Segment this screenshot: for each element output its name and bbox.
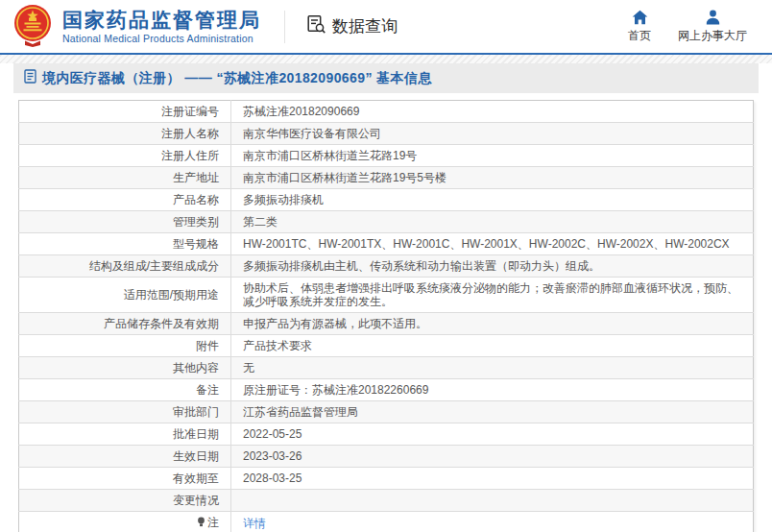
row-value: HW-2001TC、HW-2001TX、HW-2001C、HW-2001X、HW… xyxy=(243,237,730,251)
row-value: 协助术后、体弱患者增强排出呼吸系统痰液分泌物的能力；改善瘀滞的肺部血液循环状况，… xyxy=(243,281,738,308)
table-row: 审批部门江苏省药品监督管理局 xyxy=(19,401,754,423)
table-row: 备注原注册证号：苏械注准20182260669 xyxy=(19,379,754,401)
row-value: 原注册证号：苏械注准20182260669 xyxy=(243,383,428,397)
row-label: 生产地址 xyxy=(173,171,219,184)
site-header: 国家药品监督管理局 National Medical Products Admi… xyxy=(0,0,772,55)
org-name-cn: 国家药品监督管理局 xyxy=(62,9,261,31)
registration-info-table: 注册证编号苏械注准20182090669注册人名称南京华伟医疗设备有限公司注册人… xyxy=(18,100,754,532)
row-value: 多频振动排痰机 xyxy=(243,193,324,206)
row-label: 适用范围/预期用途 xyxy=(124,288,219,302)
table-row: 生产地址南京市浦口区桥林街道兰花路19号5号楼 xyxy=(19,167,754,189)
row-label: 产品储存条件及有效期 xyxy=(104,317,219,330)
table-row: 结构及组成/主要组成成分多频振动排痰机由主机、传动系统和动力输出装置（即动力头）… xyxy=(19,255,754,278)
row-value: 南京市浦口区桥林街道兰花路19号 xyxy=(243,149,417,162)
row-value: 江苏省药品监督管理局 xyxy=(243,405,358,419)
table-row: 注详情 xyxy=(19,512,754,532)
row-value: 申报产品为有源器械，此项不适用。 xyxy=(243,317,427,330)
data-query-nav[interactable]: 数据查询 xyxy=(306,14,398,39)
registration-table-wrap: 注册证编号苏械注准20182090669注册人名称南京华伟医疗设备有限公司注册人… xyxy=(18,100,754,532)
row-value: 南京市浦口区桥林街道兰花路19号5号楼 xyxy=(243,171,446,184)
page-title-bar: 境内医疗器械（注册） —— “苏械注准20182090669” 基本信息 xyxy=(13,63,759,93)
table-row: 生效日期2023-03-26 xyxy=(19,446,754,468)
table-row: 批准日期2022-05-25 xyxy=(19,423,754,446)
row-label: 管理类别 xyxy=(173,215,219,229)
table-row: 产品储存条件及有效期申报产品为有源器械，此项不适用。 xyxy=(19,313,754,335)
national-emblem-icon xyxy=(12,3,54,51)
table-row: 适用范围/预期用途协助术后、体弱患者增强排出呼吸系统痰液分泌物的能力；改善瘀滞的… xyxy=(19,278,754,313)
row-label: 注册人住所 xyxy=(161,149,219,162)
table-row: 附件产品技术要求 xyxy=(19,335,754,357)
table-row: 注册证编号苏械注准20182090669 xyxy=(19,101,754,123)
table-row: 产品名称多频振动排痰机 xyxy=(19,189,754,211)
header-divider xyxy=(284,11,285,43)
row-value: 2022-05-25 xyxy=(243,427,302,441)
nav-item-home[interactable]: 首页 xyxy=(628,9,651,44)
row-value: 苏械注准20182090669 xyxy=(243,105,359,118)
table-row: 其他内容无 xyxy=(19,357,754,379)
nav-item-service-hall[interactable]: 网上办事大厅 xyxy=(678,9,747,44)
table-row: 变更情况 xyxy=(19,490,754,512)
row-label: 其他内容 xyxy=(173,361,219,375)
main-content: 境内医疗器械（注册） —— “苏械注准20182090669” 基本信息 注册证… xyxy=(0,63,772,532)
detail-link[interactable]: 详情 xyxy=(243,517,266,530)
row-label: 结构及组成/主要组成成分 xyxy=(89,259,219,273)
row-label: 备注 xyxy=(196,383,219,397)
home-icon xyxy=(632,9,648,25)
row-label: 附件 xyxy=(196,339,219,352)
row-label: 型号规格 xyxy=(173,237,219,251)
table-row: 型号规格HW-2001TC、HW-2001TX、HW-2001C、HW-2001… xyxy=(19,233,754,255)
row-value: 2028-03-25 xyxy=(243,472,302,485)
stripe-band xyxy=(0,55,772,63)
info-table-body: 注册证编号苏械注准20182090669注册人名称南京华伟医疗设备有限公司注册人… xyxy=(19,101,754,532)
page-title: 境内医疗器械（注册） —— “苏械注准20182090669” 基本信息 xyxy=(42,70,432,87)
document-icon xyxy=(24,69,36,87)
row-value: 多频振动排痰机由主机、传动系统和动力输出装置（即动力头）组成。 xyxy=(243,259,600,273)
data-query-label: 数据查询 xyxy=(332,15,398,37)
row-label: 产品名称 xyxy=(173,193,219,206)
row-label: 有效期至 xyxy=(173,472,219,485)
table-row: 有效期至2028-03-25 xyxy=(19,468,754,490)
row-value: 无 xyxy=(243,361,254,375)
row-label: 生效日期 xyxy=(173,449,219,463)
header-nav: 首页 网上办事大厅 xyxy=(628,9,747,44)
row-value: 南京华伟医疗设备有限公司 xyxy=(243,127,381,140)
bulb-icon xyxy=(197,517,205,530)
nav-hall-label: 网上办事大厅 xyxy=(678,28,747,44)
row-label: 批准日期 xyxy=(173,427,219,441)
table-row: 注册人名称南京华伟医疗设备有限公司 xyxy=(19,123,754,145)
row-value: 2023-03-26 xyxy=(243,449,302,463)
site-logo: 国家药品监督管理局 National Medical Products Admi… xyxy=(12,3,261,51)
document-search-icon xyxy=(306,14,326,39)
row-label: 变更情况 xyxy=(173,494,219,507)
row-label: 注 xyxy=(207,516,219,529)
row-value: 第二类 xyxy=(243,215,277,229)
row-label: 审批部门 xyxy=(173,405,219,419)
table-row: 注册人住所南京市浦口区桥林街道兰花路19号 xyxy=(19,145,754,167)
org-name-en: National Medical Products Administration xyxy=(62,33,261,44)
row-label: 注册人名称 xyxy=(161,127,219,140)
person-icon xyxy=(705,9,721,25)
row-label: 注册证编号 xyxy=(161,105,219,118)
row-value: 产品技术要求 xyxy=(243,339,312,352)
table-row: 管理类别第二类 xyxy=(19,211,754,233)
nav-home-label: 首页 xyxy=(628,28,651,44)
